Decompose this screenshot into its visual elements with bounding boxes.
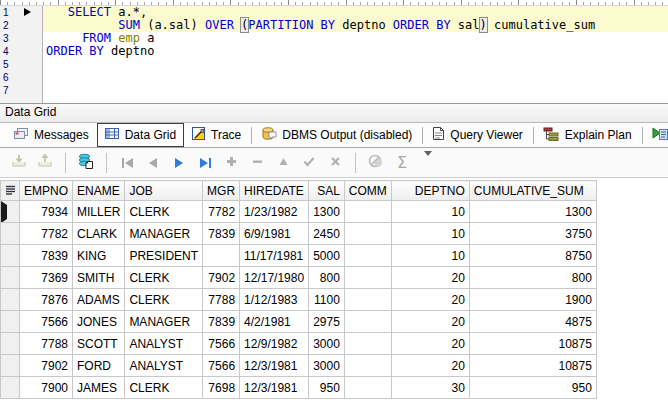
cell-cumulative_sum[interactable]: 4875 [469,311,596,333]
editor-code[interactable]: SELECT a.*, SUM (a.sal) OVER (PARTITION … [43,6,668,103]
cell-sal[interactable]: 2450 [309,223,345,245]
cell-cumulative_sum[interactable]: 950 [469,377,596,399]
single-record-view-button[interactable] [75,152,97,174]
cell-deptno[interactable]: 20 [391,355,469,377]
cell-job[interactable]: PRESIDENT [125,245,203,267]
cell-hiredate[interactable]: 12/17/1980 [240,267,309,289]
cell-sal[interactable]: 3000 [309,355,345,377]
cell-empno[interactable]: 7566 [20,311,73,333]
cell-cumulative_sum[interactable]: 3750 [469,223,596,245]
cell-cumulative_sum[interactable]: 1300 [469,201,596,223]
cell-comm[interactable] [344,245,391,267]
cell-hiredate[interactable]: 1/12/1983 [240,289,309,311]
cell-deptno[interactable]: 10 [391,223,469,245]
last-record-button[interactable] [194,152,216,174]
column-header-mgr[interactable]: MGR [203,181,240,201]
cell-mgr[interactable]: 7839 [203,223,240,245]
tab-explain-plan[interactable]: Explain Plan [536,124,640,147]
tab-trace[interactable]: Trace [184,123,249,147]
cell-ename[interactable]: ADAMS [73,289,125,311]
cell-hiredate[interactable]: 6/9/1981 [240,223,309,245]
row-selector[interactable] [1,267,20,289]
aggregate-dropdown-button[interactable] [417,152,439,174]
cell-hiredate[interactable]: 12/9/1982 [240,333,309,355]
code-line-4[interactable]: ORDER BY deptno [43,45,668,58]
cell-mgr[interactable]: 7566 [203,333,240,355]
cell-deptno[interactable]: 20 [391,311,469,333]
row-selector[interactable] [1,377,20,399]
cell-job[interactable]: CLERK [125,201,203,223]
cell-job[interactable]: CLERK [125,267,203,289]
column-header-ename[interactable]: ENAME [73,181,125,201]
cell-hiredate[interactable]: 4/2/1981 [240,311,309,333]
column-header-job[interactable]: JOB [125,181,203,201]
row-selector[interactable] [1,245,20,267]
cell-sal[interactable]: 2975 [309,311,345,333]
cell-cumulative_sum[interactable]: 1900 [469,289,596,311]
column-header-comm[interactable]: COMM [344,181,391,201]
cell-mgr[interactable]: 7782 [203,201,240,223]
cell-empno[interactable]: 7934 [20,201,73,223]
code-line-7[interactable] [43,84,668,97]
cell-deptno[interactable]: 20 [391,333,469,355]
cell-ename[interactable]: SMITH [73,267,125,289]
tab-dbms-output[interactable]: DBMS Output (disabled) [254,123,420,147]
column-header-hiredate[interactable]: HIREDATE [240,181,309,201]
row-selector[interactable] [1,223,20,245]
cell-hiredate[interactable]: 12/3/1981 [240,355,309,377]
cell-job[interactable]: CLERK [125,377,203,399]
cell-comm[interactable] [344,201,391,223]
cell-cumulative_sum[interactable]: 8750 [469,245,596,267]
tab-messages[interactable]: Messages [6,124,97,147]
cell-ename[interactable]: SCOTT [73,333,125,355]
cell-job[interactable]: ANALYST [125,355,203,377]
cell-sal[interactable]: 1300 [309,201,345,223]
cell-mgr[interactable]: 7902 [203,267,240,289]
cell-ename[interactable]: JAMES [73,377,125,399]
cell-job[interactable]: MANAGER [125,311,203,333]
row-selector[interactable] [1,201,20,223]
prior-record-button[interactable] [142,152,164,174]
cell-comm[interactable] [344,311,391,333]
tab-query-viewer[interactable]: Query Viewer [425,123,530,147]
cell-empno[interactable]: 7902 [20,355,73,377]
fetch-next-page-button[interactable] [8,152,30,174]
first-record-button[interactable] [116,152,138,174]
edit-record-button[interactable] [272,152,294,174]
cell-comm[interactable] [344,267,391,289]
cell-empno[interactable]: 7782 [20,223,73,245]
cell-deptno[interactable]: 10 [391,245,469,267]
aggregate-button[interactable]: Σ [391,152,413,174]
cell-empno[interactable]: 7369 [20,267,73,289]
row-selector[interactable] [1,311,20,333]
cancel-edit-button[interactable] [324,152,346,174]
cell-job[interactable]: ANALYST [125,333,203,355]
cell-cumulative_sum[interactable]: 10875 [469,333,596,355]
grid-corner-button[interactable] [1,181,20,201]
delete-record-button[interactable] [246,152,268,174]
cell-sal[interactable]: 5000 [309,245,345,267]
row-selector[interactable] [1,355,20,377]
cell-deptno[interactable]: 20 [391,267,469,289]
cell-hiredate[interactable]: 11/17/1981 [240,245,309,267]
cell-comm[interactable] [344,333,391,355]
column-header-sal[interactable]: SAL [309,181,345,201]
cell-ename[interactable]: KING [73,245,125,267]
row-selector[interactable] [1,333,20,355]
cell-cumulative_sum[interactable]: 800 [469,267,596,289]
cell-deptno[interactable]: 30 [391,377,469,399]
cell-mgr[interactable] [203,245,240,267]
cell-empno[interactable]: 7788 [20,333,73,355]
cell-mgr[interactable]: 7839 [203,311,240,333]
cell-hiredate[interactable]: 1/23/1982 [240,201,309,223]
cell-empno[interactable]: 7876 [20,289,73,311]
cell-job[interactable]: MANAGER [125,223,203,245]
column-header-empno[interactable]: EMPNO [20,181,73,201]
cell-job[interactable]: CLERK [125,289,203,311]
cell-empno[interactable]: 7839 [20,245,73,267]
filter-button[interactable] [365,152,387,174]
editor-gutter[interactable]: 1234567 [0,6,43,103]
row-selector[interactable] [1,289,20,311]
column-header-cumulative_sum[interactable]: CUMULATIVE_SUM [469,181,596,201]
cell-ename[interactable]: FORD [73,355,125,377]
